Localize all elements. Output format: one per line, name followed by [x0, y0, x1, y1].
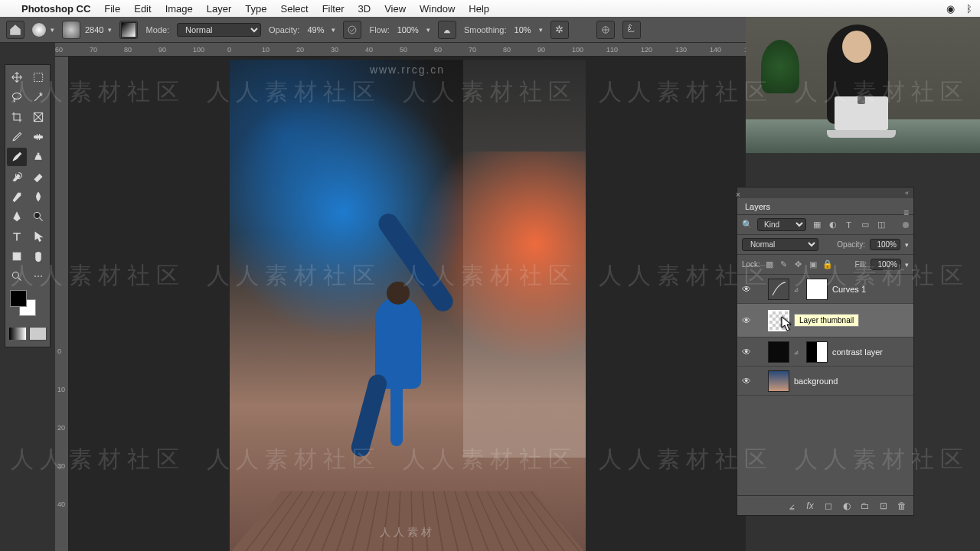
quick-mask-toggle[interactable]: [8, 327, 27, 341]
blur-tool[interactable]: [28, 187, 48, 206]
marquee-tool[interactable]: [28, 68, 48, 86]
visibility-toggle-icon[interactable]: 👁: [742, 347, 753, 357]
pressure-size-button[interactable]: [596, 21, 615, 39]
home-button[interactable]: [6, 21, 24, 39]
brush-panel-toggle[interactable]: [119, 21, 138, 39]
layers-tab[interactable]: Layers ≡: [737, 198, 913, 215]
blend-mode-select[interactable]: Normal: [177, 23, 261, 37]
brush-tool-preset[interactable]: ▾: [32, 23, 54, 37]
dodge-tool[interactable]: [28, 207, 48, 226]
menu-filter[interactable]: Filter: [322, 3, 345, 15]
menu-layer[interactable]: Layer: [207, 3, 232, 15]
airbrush-button[interactable]: [438, 21, 456, 39]
document-canvas[interactable]: www.rrcg.cn 人人素材: [230, 60, 586, 551]
zoom-tool[interactable]: [7, 267, 27, 285]
menu-help[interactable]: Help: [469, 3, 489, 15]
menu-image[interactable]: Image: [165, 3, 193, 15]
gradient-tool[interactable]: [7, 187, 27, 206]
bluetooth-icon[interactable]: ᛒ: [966, 3, 972, 15]
record-icon[interactable]: ◉: [946, 3, 955, 15]
filter-shape-icon[interactable]: ▭: [859, 219, 871, 230]
layer-name[interactable]: background: [794, 377, 838, 386]
layer-thumbnail-adjustment[interactable]: [768, 279, 789, 300]
lock-position-icon[interactable]: ✥: [793, 259, 804, 270]
layer-blend-mode-select[interactable]: Normal: [742, 238, 818, 251]
lock-artboard-icon[interactable]: ▣: [808, 259, 818, 270]
hand-tool[interactable]: [28, 247, 48, 266]
visibility-toggle-icon[interactable]: 👁: [742, 376, 753, 386]
layer-thumbnail[interactable]: [768, 341, 789, 363]
layer-mask-thumbnail[interactable]: [806, 279, 828, 300]
color-swatches[interactable]: [7, 290, 48, 322]
new-adjustment-icon[interactable]: ◐: [841, 500, 852, 511]
mask-link-icon[interactable]: ⦞: [794, 285, 802, 294]
brush-preset-picker[interactable]: 2840 ▾: [62, 21, 112, 39]
panel-menu-icon[interactable]: ≡: [903, 207, 909, 218]
shape-tool[interactable]: [7, 247, 27, 266]
menu-select[interactable]: Select: [280, 3, 308, 15]
move-tool[interactable]: [7, 68, 27, 86]
layer-row-contrast[interactable]: 👁 ⦞ contrast layer: [737, 337, 913, 367]
eraser-tool[interactable]: [28, 168, 48, 186]
layer-thumbnail[interactable]: [768, 370, 789, 392]
filter-type-icon[interactable]: T: [843, 219, 854, 230]
layer-row-background[interactable]: 👁 background: [737, 367, 913, 396]
layer-mask-thumbnail[interactable]: [806, 341, 828, 363]
smoothing-value[interactable]: 10%: [514, 25, 531, 34]
layer-name[interactable]: contrast layer: [832, 347, 883, 357]
menu-window[interactable]: Window: [420, 3, 455, 15]
menu-view[interactable]: View: [384, 3, 406, 15]
panel-collapse-icon[interactable]: «: [905, 189, 909, 197]
pen-tool[interactable]: [7, 207, 27, 226]
magic-wand-tool[interactable]: [28, 88, 48, 106]
symmetry-button[interactable]: ఓ: [622, 21, 641, 39]
app-name[interactable]: Photoshop CC: [21, 3, 90, 15]
new-group-icon[interactable]: 🗀: [860, 500, 871, 511]
lock-all-icon[interactable]: 🔒: [822, 259, 833, 270]
opacity-value[interactable]: 49%: [307, 25, 324, 34]
filter-smart-icon[interactable]: ◫: [875, 219, 887, 230]
menu-type[interactable]: Type: [245, 3, 266, 15]
lock-transparency-icon[interactable]: ▩: [764, 259, 775, 270]
pressure-opacity-button[interactable]: [343, 21, 361, 39]
layer-name[interactable]: Curves 1: [832, 285, 866, 294]
lasso-tool[interactable]: [7, 88, 27, 106]
smoothing-options-button[interactable]: ✲: [550, 21, 569, 39]
crop-tool[interactable]: [7, 108, 27, 126]
search-icon[interactable]: 🔍: [742, 220, 753, 230]
menu-3d[interactable]: 3D: [358, 3, 371, 15]
menu-file[interactable]: File: [104, 3, 120, 15]
fill-value[interactable]: 100%: [871, 259, 901, 270]
layer-opacity-value[interactable]: 100%: [870, 239, 900, 250]
clone-stamp-tool[interactable]: [28, 148, 48, 166]
path-selection-tool[interactable]: [28, 227, 48, 246]
canvas-area[interactable]: www.rrcg.cn 人人素材: [69, 57, 746, 551]
new-layer-icon[interactable]: ⊡: [878, 500, 889, 511]
filter-pixel-icon[interactable]: ▦: [811, 219, 822, 230]
menu-edit[interactable]: Edit: [134, 3, 151, 15]
filter-toggle-switch[interactable]: [903, 222, 909, 228]
panel-close-icon[interactable]: ×: [736, 191, 745, 199]
visibility-toggle-icon[interactable]: 👁: [742, 315, 753, 326]
layer-row-curves[interactable]: 👁 ⦞ Curves 1: [737, 275, 913, 304]
edit-toolbar-tool[interactable]: ⋯: [28, 267, 48, 285]
foreground-color-swatch[interactable]: [10, 290, 27, 307]
eyedropper-tool[interactable]: [7, 128, 27, 146]
frame-tool[interactable]: [28, 108, 48, 126]
flow-value[interactable]: 100%: [397, 25, 419, 34]
visibility-toggle-icon[interactable]: 👁: [742, 284, 753, 295]
layer-filter-kind[interactable]: Kind: [757, 218, 806, 231]
mask-link-icon[interactable]: ⦞: [794, 347, 802, 357]
link-layers-icon[interactable]: ⦤: [786, 500, 797, 511]
type-tool[interactable]: [7, 227, 27, 246]
history-brush-tool[interactable]: [7, 168, 27, 186]
layer-row-selected[interactable]: 👁 Layer thumbnail: [737, 304, 913, 337]
add-mask-icon[interactable]: ◻: [823, 500, 834, 511]
lock-pixels-icon[interactable]: ✎: [779, 259, 789, 270]
screen-mode-toggle[interactable]: [29, 327, 47, 341]
delete-layer-icon[interactable]: 🗑: [897, 500, 907, 511]
healing-brush-tool[interactable]: [28, 128, 48, 146]
layer-fx-icon[interactable]: fx: [805, 500, 815, 511]
filter-adjustment-icon[interactable]: ◐: [827, 219, 838, 230]
brush-tool[interactable]: [7, 148, 27, 166]
